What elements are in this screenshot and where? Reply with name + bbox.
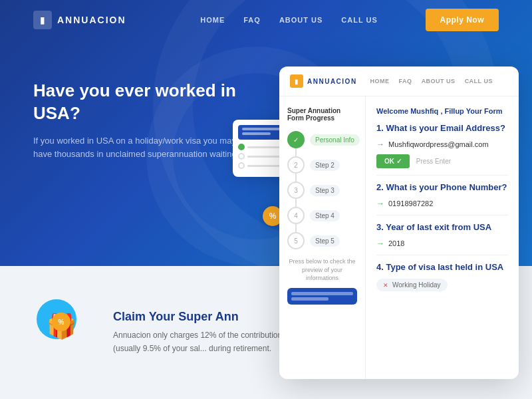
nav-about[interactable]: ABOUT US (279, 16, 323, 24)
divider-3 (376, 255, 508, 255)
divider-1 (376, 175, 508, 176)
step-connector-4 (295, 224, 297, 232)
step-connector-1 (295, 148, 297, 156)
card-logo-area: ▮ ANNUACION (290, 74, 357, 88)
claim-text: Annuacion only charges 12% of the contri… (113, 329, 299, 354)
navbar: ▮ ANNUACION HOME FAQ ABOUT US CALL US Ap… (0, 0, 532, 40)
card-nav-faq[interactable]: FAQ (399, 78, 412, 84)
progress-panel: Super Annuation Form Progress ✓ Personal… (279, 96, 366, 379)
ok-row: OK ✓ Press Enter (376, 154, 508, 168)
mini-dot-3 (238, 162, 245, 169)
answer-row-2: → 01918987282 (376, 199, 508, 208)
preview-bar-2 (291, 297, 329, 301)
step-circle-3: 3 (287, 182, 305, 199)
preview-bar-1 (291, 292, 353, 295)
form-panel: Welcome Mushfiq , Fillup Your Form 1. Wh… (366, 96, 519, 379)
mini-dot-2 (238, 153, 245, 160)
welcome-label: Welcome (376, 107, 408, 115)
step-connector-3 (295, 199, 297, 207)
nav-call[interactable]: CALL US (341, 16, 377, 24)
press-below-text: Press below to check the preview of your… (287, 257, 357, 283)
apply-now-button[interactable]: Apply Now (426, 9, 499, 31)
welcome-text: Welcome Mushfiq , Fillup Your Form (376, 107, 508, 115)
arrow-icon-2: → (376, 199, 384, 208)
question-2-label: 2. What is your Phone Number? (376, 182, 508, 192)
step-item-3[interactable]: 3 Step 3 (287, 182, 357, 199)
step-label-1: Personal Info (310, 134, 360, 146)
step-label-3: Step 3 (310, 185, 340, 196)
percent-badge: % (52, 313, 70, 331)
ok-button[interactable]: OK ✓ (376, 154, 410, 168)
step-connector-2 (295, 174, 297, 182)
card-nav-links: HOME FAQ ABOUT US CALL US (370, 78, 493, 84)
hero-title: Have you ever worked in USA? (33, 80, 246, 125)
question-4-label: 4. Type of visa last held in USA (376, 262, 508, 272)
arrow-icon-3: → (376, 239, 384, 248)
username-label: Mushfiq (410, 107, 438, 115)
visa-text: Working Holiday (392, 281, 441, 289)
claim-illustration: % 🎁 (33, 293, 100, 372)
step-circle-5: 5 (287, 232, 305, 249)
divider-2 (376, 215, 508, 215)
card-logo-icon: ▮ (290, 74, 303, 88)
step-item-4[interactable]: 4 Step 4 (287, 207, 357, 224)
card-navbar: ▮ ANNUACION HOME FAQ ABOUT US CALL US (279, 66, 519, 96)
card-logo-text: ANNUACION (307, 78, 357, 85)
nav-faq[interactable]: FAQ (243, 16, 261, 24)
answer-row-1: → Mushfiqwordpress@gmail.com (376, 140, 508, 149)
step-label-4: Step 4 (310, 210, 340, 221)
logo-text: ANNUACION (57, 15, 126, 25)
step-circle-1: ✓ (287, 131, 305, 148)
step-item-1[interactable]: ✓ Personal Info (287, 131, 357, 148)
answer-text-3: 2018 (388, 239, 404, 247)
step-label-5: Step 5 (310, 235, 340, 247)
hero-content: Have you ever worked in USA? If you work… (33, 80, 246, 162)
visa-badge[interactable]: ✕ Working Holiday (376, 279, 448, 291)
step-item-5[interactable]: 5 Step 5 (287, 232, 357, 249)
arrow-icon-1: → (376, 140, 384, 149)
card-nav-call[interactable]: CALL US (465, 78, 493, 84)
nav-home[interactable]: HOME (200, 16, 225, 24)
press-enter-label: Press Enter (416, 158, 451, 165)
mini-dot-1 (238, 144, 245, 150)
mini-bar-2 (242, 132, 271, 135)
nav-links: HOME FAQ ABOUT US CALL US (153, 16, 426, 24)
logo-area: ▮ ANNUACION (33, 11, 126, 29)
mini-bar-1 (242, 128, 283, 130)
page: ▮ ANNUACION HOME FAQ ABOUT US CALL US Ap… (0, 0, 532, 399)
preview-card[interactable] (287, 288, 357, 305)
question-1-label: 1. What is your Email Address? (376, 123, 508, 133)
answer-row-4: ✕ Working Holiday (376, 279, 508, 291)
logo-icon: ▮ (33, 11, 52, 29)
answer-text-1: Mushfiqwordpress@gmail.com (388, 140, 489, 148)
step-circle-2: 2 (287, 156, 305, 174)
step-item-2[interactable]: 2 Step 2 (287, 156, 357, 174)
hero-subtitle: If you worked in USA on a holiday/work v… (33, 134, 246, 162)
visa-x-icon: ✕ (383, 282, 388, 289)
answer-text-2: 01918987282 (388, 200, 433, 207)
card-body: Super Annuation Form Progress ✓ Personal… (279, 96, 519, 379)
step-circle-4: 4 (287, 207, 305, 224)
card-nav-home[interactable]: HOME (370, 78, 390, 84)
progress-title: Super Annuation Form Progress (287, 107, 357, 122)
question-3-label: 3. Year of last exit from USA (376, 222, 508, 232)
main-card: ▮ ANNUACION HOME FAQ ABOUT US CALL US Su… (279, 66, 519, 379)
card-nav-about[interactable]: ABOUT US (422, 78, 456, 84)
step-label-2: Step 2 (310, 160, 340, 171)
fill-form-label: , Fillup Your Form (440, 107, 502, 115)
answer-row-3: → 2018 (376, 239, 508, 248)
